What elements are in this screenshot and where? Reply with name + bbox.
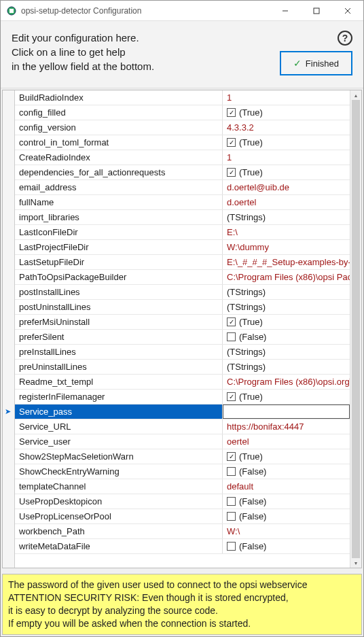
scroll-up-arrow[interactable]: ▴ — [350, 90, 361, 100]
config-value[interactable]: (False) — [223, 539, 350, 553]
grid-body[interactable]: BuildRadioIndex1config_filled✓(True)conf… — [15, 90, 350, 568]
config-row[interactable]: Readme_txt_templC:\Program Files (x86)\o… — [15, 375, 350, 390]
config-value[interactable]: ✓(True) — [223, 105, 350, 120]
config-key: postUninstallLines — [15, 300, 223, 314]
config-key: LastSetupFileDir — [15, 255, 223, 269]
help-line2: ATTENTION SECURITY RISK: Even though it … — [8, 591, 356, 604]
config-key: dependencies_for_all_actionrequests — [15, 165, 223, 179]
checkbox-icon[interactable]: ✓ — [227, 317, 236, 326]
config-key: LastProjectFileDir — [15, 240, 223, 254]
config-value-text: (False) — [239, 496, 266, 506]
config-value[interactable]: ✓(True) — [223, 449, 350, 464]
config-row[interactable]: ShowCheckEntryWarning(False) — [15, 464, 350, 479]
config-value[interactable]: oertel — [223, 434, 350, 449]
config-row[interactable]: preferMsiUninstall✓(True) — [15, 315, 350, 330]
config-row[interactable]: CreateRadioIndex1 — [15, 150, 350, 165]
config-row[interactable]: templateChanneldefault — [15, 479, 350, 494]
config-row[interactable]: import_libraries(TStrings) — [15, 210, 350, 225]
config-row[interactable]: config_filled✓(True) — [15, 105, 350, 120]
help-icon[interactable]: ? — [338, 31, 352, 46]
config-row[interactable]: BuildRadioIndex1 — [15, 90, 350, 105]
config-row[interactable]: LastIconFileDirE:\ — [15, 225, 350, 240]
config-row[interactable]: email_addressd.oertel@uib.de — [15, 180, 350, 195]
config-value[interactable]: (TStrings) — [223, 300, 350, 314]
config-value[interactable]: C:\Program Files (x86)\opsi.org\opsi-set — [223, 375, 350, 389]
config-value[interactable]: d.oertel@uib.de — [223, 180, 350, 194]
config-row[interactable]: LastSetupFileDirE:\_#_#_#_Setup-examples… — [15, 255, 350, 270]
config-value[interactable]: (False) — [223, 494, 350, 509]
config-value[interactable]: E:\ — [223, 225, 350, 239]
config-row[interactable]: postInstallLines(TStrings) — [15, 285, 350, 300]
scroll-thumb[interactable] — [352, 100, 360, 558]
config-value[interactable]: (TStrings) — [223, 210, 350, 224]
config-value[interactable]: W:\ — [223, 524, 350, 538]
config-value[interactable] — [223, 404, 350, 419]
config-value[interactable]: (False) — [223, 464, 350, 479]
checkbox-icon[interactable]: ✓ — [227, 108, 236, 117]
finished-button[interactable]: ✓ Finished — [280, 51, 352, 75]
grid-gutter: ➤ — [3, 90, 15, 568]
checkbox-icon[interactable] — [227, 332, 236, 341]
config-value[interactable]: 4.3.3.2 — [223, 120, 350, 135]
checkbox-icon[interactable] — [227, 467, 236, 476]
config-row[interactable]: Show2StepMacSeletionWarn✓(True) — [15, 449, 350, 464]
config-row[interactable]: Service_URLhttps://bonifax:4447 — [15, 419, 350, 434]
config-value-text: (True) — [239, 392, 263, 402]
config-row[interactable]: Service_useroertel — [15, 434, 350, 449]
config-row[interactable]: workbench_PathW:\ — [15, 524, 350, 539]
config-row[interactable]: preferSilent(False) — [15, 330, 350, 345]
config-value[interactable]: https://bonifax:4447 — [223, 419, 350, 434]
config-value[interactable]: 1 — [223, 150, 350, 165]
minimize-button[interactable] — [270, 1, 301, 21]
close-button[interactable] — [332, 1, 363, 21]
config-value[interactable]: ✓(True) — [223, 165, 350, 179]
config-value[interactable]: d.oertel — [223, 195, 350, 209]
config-row[interactable]: writeMetaDataFile(False) — [15, 539, 350, 554]
config-value[interactable]: (TStrings) — [223, 360, 350, 374]
config-row[interactable]: preInstallLines(TStrings) — [15, 345, 350, 360]
config-row[interactable]: LastProjectFileDirW:\dummy — [15, 240, 350, 255]
help-line4: If empty you will be asked when the conn… — [8, 617, 356, 630]
config-row[interactable]: fullNamed.oertel — [15, 195, 350, 210]
config-value[interactable]: W:\dummy — [223, 240, 350, 254]
checkbox-icon[interactable]: ✓ — [227, 392, 236, 401]
config-row[interactable]: PathToOpsiPackageBuilderC:\Program Files… — [15, 270, 350, 285]
config-value[interactable]: C:\Program Files (x86)\opsi PackageBuil — [223, 270, 350, 284]
config-key: workbench_Path — [15, 524, 223, 538]
checkbox-icon[interactable]: ✓ — [227, 138, 236, 147]
svg-rect-3 — [314, 8, 319, 14]
config-row[interactable]: UsePropLicenseOrPool(False) — [15, 509, 350, 524]
config-row[interactable]: config_version4.3.3.2 — [15, 120, 350, 135]
config-row[interactable]: registerInFilemanager✓(True) — [15, 390, 350, 404]
config-row[interactable]: dependencies_for_all_actionrequests✓(Tru… — [15, 165, 350, 180]
config-row[interactable]: preUninstallLines(TStrings) — [15, 360, 350, 375]
checkbox-icon[interactable] — [227, 497, 236, 506]
config-row[interactable]: control_in_toml_format✓(True) — [15, 135, 350, 150]
config-key: import_libraries — [15, 210, 223, 224]
checkbox-icon[interactable] — [227, 512, 236, 521]
config-row[interactable]: postUninstallLines(TStrings) — [15, 300, 350, 315]
checkbox-icon[interactable]: ✓ — [227, 452, 236, 461]
config-row[interactable]: Service_pass — [15, 404, 350, 419]
checkbox-icon[interactable]: ✓ — [227, 168, 236, 177]
config-value[interactable]: (False) — [223, 509, 350, 523]
maximize-button[interactable] — [301, 1, 332, 21]
config-value[interactable]: (TStrings) — [223, 345, 350, 359]
grid-scrollbar[interactable]: ▴ ▾ — [350, 90, 361, 568]
config-key: preUninstallLines — [15, 360, 223, 374]
config-key: preferSilent — [15, 330, 223, 344]
config-value[interactable]: (TStrings) — [223, 285, 350, 299]
config-row[interactable]: UsePropDesktopicon(False) — [15, 494, 350, 509]
config-value[interactable]: E:\_#_#_#_Setup-examples-by-installer\ — [223, 255, 350, 269]
config-value-text: (False) — [239, 541, 266, 551]
config-value[interactable]: 1 — [223, 90, 350, 105]
config-value[interactable]: ✓(True) — [223, 135, 350, 150]
config-key: fullName — [15, 195, 223, 209]
config-key: postInstallLines — [15, 285, 223, 299]
config-value[interactable]: ✓(True) — [223, 315, 350, 329]
config-value[interactable]: default — [223, 479, 350, 494]
scroll-down-arrow[interactable]: ▾ — [350, 558, 361, 568]
checkbox-icon[interactable] — [227, 542, 236, 551]
config-value[interactable]: ✓(True) — [223, 390, 350, 404]
config-value[interactable]: (False) — [223, 330, 350, 344]
